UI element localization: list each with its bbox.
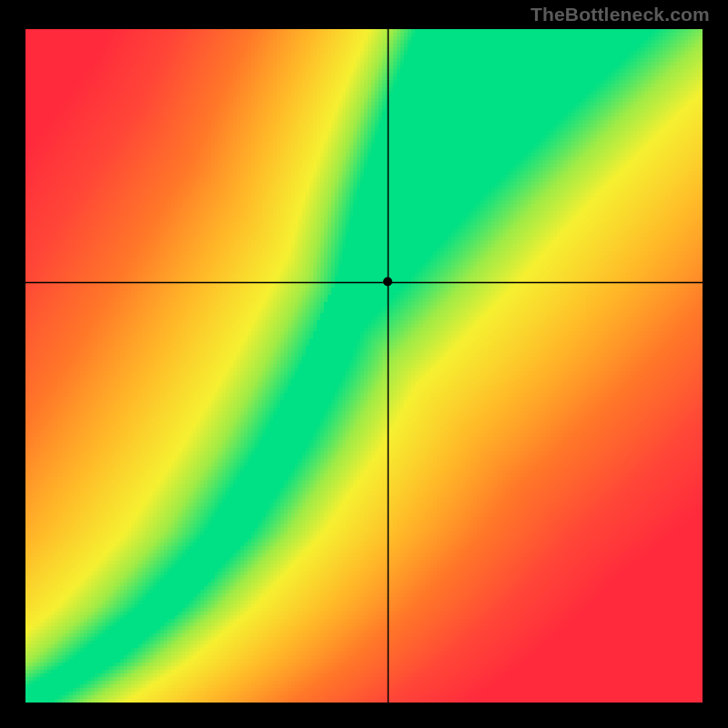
chart-container: TheBottleneck.com: [0, 0, 728, 728]
bottleneck-heatmap: [0, 0, 728, 728]
watermark-label: TheBottleneck.com: [531, 4, 710, 25]
